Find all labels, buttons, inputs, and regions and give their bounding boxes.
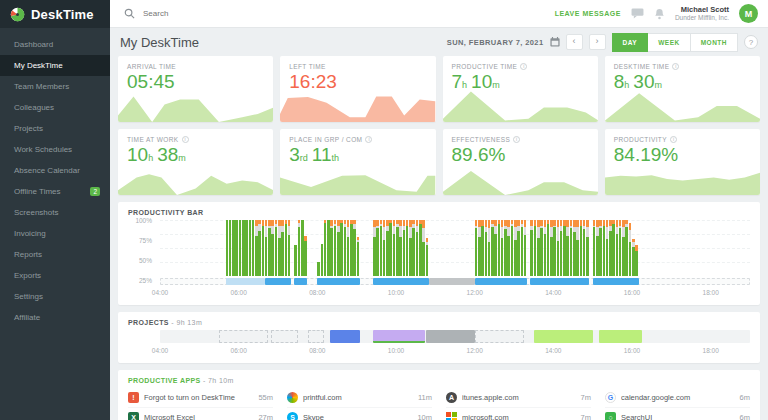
productivity-bar (386, 220, 389, 276)
project-segment-dashed[interactable] (475, 330, 524, 343)
stat-label: PRODUCTIVITY (614, 136, 667, 143)
sidebar-item-team-members[interactable]: Team Members (0, 76, 110, 97)
project-segment-dashed[interactable] (219, 330, 268, 343)
info-icon[interactable]: i (672, 63, 679, 70)
sidebar-item-colleagues[interactable]: Colleagues (0, 97, 110, 118)
sidebar-item-settings[interactable]: Settings (0, 286, 110, 307)
project-segment-dashed[interactable] (271, 330, 297, 343)
app-item[interactable]: SSkype10m (287, 407, 432, 420)
calendar-icon[interactable] (550, 37, 560, 47)
bar-productive (521, 227, 524, 276)
app-item[interactable]: printful.com11m (287, 388, 432, 407)
productivity-bar (504, 220, 507, 276)
productivity-timeline (160, 278, 750, 285)
sidebar-item-projects[interactable]: Projects (0, 118, 110, 139)
productivity-bar (334, 220, 337, 276)
sidebar-item-work-schedules[interactable]: Work Schedules (0, 139, 110, 160)
range-button-month[interactable]: MONTH (691, 33, 738, 52)
info-icon[interactable]: i (520, 63, 527, 70)
bar-unproductive (488, 220, 491, 228)
sidebar-item-screenshots[interactable]: Screenshots (0, 202, 110, 223)
bar-unproductive (524, 220, 527, 227)
bar-productive (599, 228, 602, 276)
bar-neutral (422, 228, 425, 242)
stat-number: 10 (471, 71, 492, 92)
bar-unproductive (537, 220, 540, 227)
stat-unit: m (178, 153, 186, 163)
stat-value: 89.6% (443, 143, 598, 166)
info-icon[interactable]: i (670, 136, 677, 143)
range-button-day[interactable]: DAY (612, 33, 649, 52)
app-item[interactable]: Gcalendar.google.com6m (605, 388, 750, 407)
chat-icon[interactable] (631, 8, 644, 19)
bar-productive (268, 228, 271, 276)
prev-day-button[interactable]: ‹ (566, 34, 583, 50)
leave-message-link[interactable]: LEAVE MESSAGE (555, 10, 621, 17)
sparkline-place-in-group (280, 163, 435, 195)
bell-icon[interactable] (654, 8, 665, 20)
info-icon[interactable]: i (182, 136, 189, 143)
sidebar-item-reports[interactable]: Reports (0, 244, 110, 265)
bar-productive (504, 229, 507, 276)
project-segment-solid[interactable] (373, 330, 425, 343)
bar-productive (481, 226, 484, 276)
productivity-bar (560, 220, 563, 276)
bar-productive (373, 237, 376, 276)
productivity-bar (419, 220, 422, 276)
project-segment-solid[interactable] (426, 330, 475, 343)
app-icon-skype: S (287, 412, 298, 420)
project-segment-solid[interactable] (599, 330, 642, 343)
app-item[interactable]: ○SearchUI6m (605, 407, 750, 420)
bar-productive (340, 223, 343, 276)
logo[interactable]: DeskTime (0, 0, 110, 28)
app-item[interactable]: XMicrosoft Excel27m (128, 407, 273, 420)
productivity-bar (357, 237, 360, 276)
app-item[interactable]: microsoft.com7m (446, 407, 591, 420)
sidebar-item-dashboard[interactable]: Dashboard (0, 34, 110, 55)
project-segment-solid[interactable] (330, 330, 360, 343)
productivity-bar (530, 220, 533, 276)
project-segment-dashed[interactable] (308, 330, 324, 343)
sidebar-item-absence-calendar[interactable]: Absence Calendar (0, 160, 110, 181)
bar-productive (337, 232, 340, 276)
avatar[interactable]: M (739, 4, 758, 23)
app-name: Skype (303, 413, 412, 420)
bar-productive (625, 227, 628, 276)
bar-productive (386, 231, 389, 276)
bar-productive (553, 227, 556, 276)
bar-unproductive (606, 220, 609, 227)
sidebar-item-label: Exports (14, 271, 41, 280)
bar-neutral (288, 226, 291, 235)
productivity-bar (403, 220, 406, 276)
info-icon[interactable]: i (513, 136, 520, 143)
sidebar-item-my-desktime[interactable]: My DeskTime (0, 55, 110, 76)
app-item[interactable]: Aitunes.apple.com7m (446, 388, 591, 407)
app-time: 10m (417, 413, 432, 420)
productivity-bar (350, 220, 353, 276)
bar-unproductive (596, 220, 599, 227)
productivity-bar (389, 220, 392, 276)
bar-productive (396, 227, 399, 276)
bar-unproductive (573, 220, 576, 227)
bar-neutral (507, 227, 510, 236)
next-day-button[interactable]: › (589, 34, 606, 50)
productivity-bar (622, 220, 625, 276)
help-icon[interactable]: ? (744, 35, 758, 49)
projects-title-text: PROJECTS (128, 319, 169, 326)
sidebar-item-affiliate[interactable]: Affiliate (0, 307, 110, 328)
topbar: LEAVE MESSAGE Michael Scott Dunder Miffl… (110, 0, 768, 28)
range-button-week[interactable]: WEEK (648, 33, 691, 52)
sidebar-item-offline-times[interactable]: Offline Times2 (0, 181, 110, 202)
app-name: calendar.google.com (621, 393, 735, 402)
app-item[interactable]: !Forgot to turn on DeskTime55m (128, 388, 273, 407)
sidebar-item-exports[interactable]: Exports (0, 265, 110, 286)
stat-unit: h (148, 153, 153, 163)
stat-label-row: EFFECTIVENESSi (443, 129, 598, 143)
info-icon[interactable]: i (365, 136, 372, 143)
search-input[interactable] (143, 9, 343, 18)
project-segment-solid[interactable] (534, 330, 593, 343)
search[interactable] (124, 8, 547, 19)
user-block[interactable]: Michael Scott Dunder Mifflin, Inc. (675, 5, 729, 23)
bar-unproductive (566, 220, 569, 227)
sidebar-item-invoicing[interactable]: Invoicing (0, 223, 110, 244)
